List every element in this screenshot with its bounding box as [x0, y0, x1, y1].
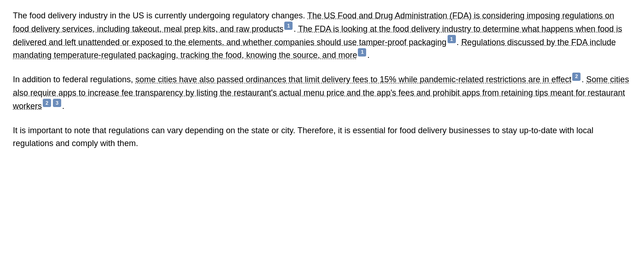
paragraph-3: It is important to note that regulations… [13, 124, 631, 151]
citation-1: 1 [448, 35, 456, 43]
citation-2: 2 [572, 73, 581, 81]
plain-text: . [457, 38, 461, 47]
plain-text: It is important to note that regulations… [13, 126, 593, 148]
plain-text: The food delivery industry in the US is … [13, 11, 307, 20]
paragraph-2: In addition to federal regulations, some… [13, 73, 631, 113]
paragraph-1: The food delivery industry in the US is … [13, 9, 631, 62]
plain-text: . [293, 24, 298, 34]
plain-text: In addition to federal regulations, [13, 75, 135, 84]
article-content: The food delivery industry in the US is … [13, 9, 631, 150]
citation-2: 2 [43, 99, 51, 107]
citation-1: 1 [284, 22, 293, 30]
underlined-text: some cities have also passed ordinances … [135, 75, 571, 84]
citation-1: 1 [358, 48, 366, 57]
plain-text: . [62, 102, 64, 111]
citation-3: 3 [53, 99, 61, 107]
plain-text: . [581, 75, 586, 84]
plain-text: . [367, 51, 369, 60]
